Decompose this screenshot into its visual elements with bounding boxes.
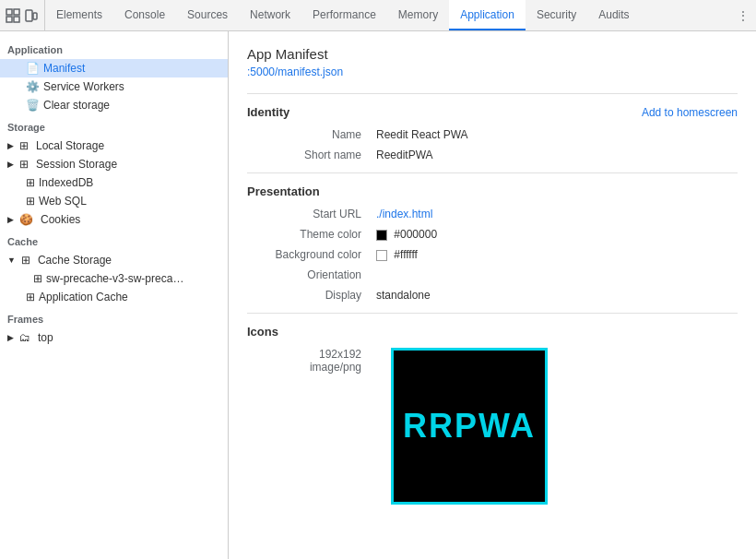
add-to-homescreen-button[interactable]: Add to homescreen — [642, 106, 738, 119]
frames-section-label: Frames — [0, 306, 228, 328]
icon-canvas: RRPWA — [391, 348, 548, 505]
application-section-label: Application — [0, 37, 228, 59]
storage-section-label: Storage — [0, 114, 228, 137]
tab-application[interactable]: Application — [449, 0, 526, 30]
identity-title: Identity — [247, 105, 289, 119]
svg-rect-1 — [14, 9, 19, 15]
icon-size: 192x192 — [247, 348, 361, 361]
clear-storage-icon: 🗑️ — [26, 99, 40, 112]
name-row: Name Reedit React PWA — [247, 128, 738, 141]
start-url-link[interactable]: ./index.html — [376, 208, 432, 220]
sidebar-item-cache-storage[interactable]: ▼ ⊞ Cache Storage — [0, 251, 228, 269]
cache-section-label: Cache — [0, 229, 228, 251]
websql-icon: ⊞ — [26, 195, 35, 208]
service-workers-icon: ⚙️ — [26, 80, 40, 93]
sidebar-item-app-cache[interactable]: ⊞ Application Cache — [0, 288, 228, 306]
identity-section: Identity Add to homescreen Name Reedit R… — [247, 93, 738, 161]
sidebar-item-websql[interactable]: ⊞ Web SQL — [0, 192, 228, 210]
svg-rect-2 — [6, 17, 12, 22]
local-storage-icon: ⊞ — [19, 139, 29, 152]
tab-memory[interactable]: Memory — [387, 0, 449, 30]
tab-audits[interactable]: Audits — [587, 0, 640, 30]
chevron-right-icon-3: ▶ — [7, 215, 14, 224]
devtools-toolbar: Elements Console Sources Network Perform… — [0, 0, 756, 31]
more-button[interactable]: ⋮ — [730, 0, 756, 30]
sidebar-item-frames[interactable]: ▶ 🗂 top — [0, 328, 228, 347]
manifest-icon: 📄 — [26, 62, 40, 75]
tab-elements[interactable]: Elements — [45, 0, 113, 30]
chevron-right-icon-2: ▶ — [7, 160, 14, 169]
svg-rect-0 — [6, 9, 12, 15]
cache-storage-icon: ⊞ — [21, 254, 30, 267]
tab-security[interactable]: Security — [526, 0, 587, 30]
sidebar-item-clear-storage[interactable]: 🗑️ Clear storage — [0, 96, 228, 114]
panel: App Manifest :5000/manifest.json Identit… — [229, 31, 756, 559]
bg-color-label: Background color — [247, 248, 376, 261]
panel-title: App Manifest — [247, 46, 738, 62]
start-url-label: Start URL — [247, 208, 376, 220]
start-url-value: ./index.html — [376, 208, 432, 220]
manifest-link[interactable]: :5000/manifest.json — [247, 65, 738, 78]
sidebar-item-cookies[interactable]: ▶ 🍪 Cookies — [0, 210, 228, 229]
start-url-row: Start URL ./index.html — [247, 208, 738, 220]
bg-color-value: #ffffff — [376, 248, 418, 261]
sidebar: Application 📄 Manifest ⚙️ Service Worker… — [0, 31, 229, 559]
svg-rect-4 — [26, 10, 32, 21]
display-label: Display — [247, 289, 376, 302]
sidebar-item-service-workers[interactable]: ⚙️ Service Workers — [0, 77, 228, 96]
main-content: Application 📄 Manifest ⚙️ Service Worker… — [0, 31, 756, 559]
theme-color-label: Theme color — [247, 228, 376, 241]
short-name-label: Short name — [247, 149, 376, 161]
sidebar-item-cache-child[interactable]: ⊞ sw-precache-v3-sw-precache-webp... — [0, 269, 228, 288]
presentation-title: Presentation — [247, 184, 320, 198]
toolbar-icons — [0, 0, 45, 30]
theme-color-swatch — [376, 230, 387, 241]
short-name-value: ReeditPWA — [376, 149, 433, 161]
theme-color-row: Theme color #000000 — [247, 228, 738, 241]
identity-header: Identity Add to homescreen — [247, 105, 738, 119]
icon-text: RRPWA — [403, 407, 536, 446]
theme-color-value: #000000 — [376, 228, 437, 241]
chevron-right-icon: ▶ — [7, 141, 14, 150]
chevron-right-icon-4: ▶ — [7, 333, 14, 342]
inspect-icon[interactable] — [6, 8, 20, 23]
app-cache-icon: ⊞ — [26, 291, 35, 303]
device-icon[interactable] — [24, 8, 39, 23]
sidebar-item-local-storage[interactable]: ▶ ⊞ Local Storage — [0, 137, 228, 155]
name-value: Reedit React PWA — [376, 128, 468, 141]
icons-section: Icons 192x192 image/png RRPWA — [247, 313, 738, 505]
svg-rect-5 — [33, 13, 37, 19]
cache-child-icon: ⊞ — [33, 272, 42, 285]
tab-sources[interactable]: Sources — [176, 0, 239, 30]
bg-color-row: Background color #ffffff — [247, 248, 738, 261]
chevron-down-icon: ▼ — [7, 256, 16, 265]
session-storage-icon: ⊞ — [19, 158, 29, 171]
icon-meta: 192x192 image/png — [247, 348, 376, 374]
tab-console[interactable]: Console — [113, 0, 176, 30]
tab-network[interactable]: Network — [239, 0, 301, 30]
display-row: Display standalone — [247, 289, 738, 302]
presentation-section: Presentation Start URL ./index.html Them… — [247, 172, 738, 302]
name-label: Name — [247, 128, 376, 141]
sidebar-item-manifest[interactable]: 📄 Manifest — [0, 59, 228, 77]
icon-preview-row: 192x192 image/png RRPWA — [247, 348, 738, 505]
icons-title: Icons — [247, 325, 738, 339]
sidebar-item-indexeddb[interactable]: ⊞ IndexedDB — [0, 173, 228, 192]
display-value: standalone — [376, 289, 431, 302]
toolbar-tabs: Elements Console Sources Network Perform… — [45, 0, 730, 30]
indexeddb-icon: ⊞ — [26, 176, 35, 189]
sidebar-item-session-storage[interactable]: ▶ ⊞ Session Storage — [0, 155, 228, 173]
svg-rect-3 — [14, 17, 19, 22]
bg-color-swatch — [376, 250, 387, 261]
presentation-header: Presentation — [247, 184, 738, 198]
orientation-label: Orientation — [247, 268, 376, 281]
orientation-row: Orientation — [247, 268, 738, 281]
icon-type: image/png — [247, 361, 361, 374]
frame-icon: 🗂 — [19, 331, 30, 344]
short-name-row: Short name ReeditPWA — [247, 149, 738, 161]
tab-performance[interactable]: Performance — [301, 0, 387, 30]
cookies-icon: 🍪 — [19, 213, 33, 226]
